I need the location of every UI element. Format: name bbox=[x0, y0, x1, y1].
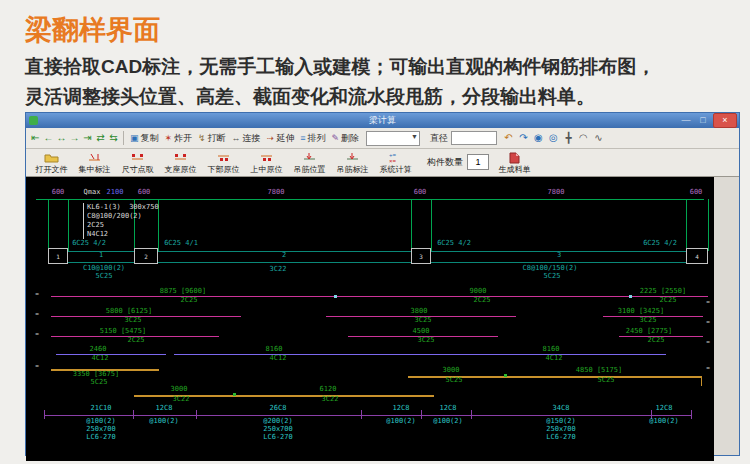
pan-icon[interactable]: ◎ bbox=[546, 129, 561, 147]
cad-line bbox=[471, 410, 472, 419]
cad-text: 4C12 bbox=[92, 355, 109, 362]
button-label: 生成料单 bbox=[499, 164, 531, 175]
cad-text: 2450 [2775] bbox=[626, 328, 672, 335]
page-description: 直接拾取CAD标注，无需手工输入或建模；可输出直观的构件钢筋排布图， 灵活调整接… bbox=[25, 52, 735, 112]
arc-icon[interactable]: ◠ bbox=[576, 129, 591, 147]
cad-text: @150(2) bbox=[546, 418, 576, 425]
break-button[interactable]: ↯打断 bbox=[195, 130, 229, 146]
pan-arrow-icon[interactable]: ⇄ bbox=[94, 129, 107, 147]
doc-icon bbox=[509, 151, 520, 164]
pan-arrow-icon[interactable]: ← bbox=[42, 129, 55, 147]
pan-arrow-icon[interactable]: ↔ bbox=[55, 129, 68, 147]
cad-text: @100(2) bbox=[386, 418, 416, 425]
cad-text: 3C25 bbox=[415, 317, 432, 324]
cad-text: 3C25 bbox=[125, 317, 142, 324]
delete-button[interactable]: ✎删除 bbox=[328, 130, 362, 146]
generate-list-button[interactable]: 生成料单 bbox=[493, 151, 536, 175]
page-title: 梁翻样界面 bbox=[25, 12, 160, 48]
cad-line bbox=[701, 376, 702, 386]
view-icons-group: ↶↷◉◎╋◠∿ bbox=[501, 129, 606, 147]
support-insitu-button[interactable]: 支座原位 bbox=[159, 151, 202, 175]
zoom-icon[interactable]: ◉ bbox=[531, 129, 546, 147]
cad-text: 4C12 bbox=[546, 355, 563, 362]
array-button[interactable]: ≡排列 bbox=[297, 130, 328, 146]
topmid-insitu-button[interactable]: 上中原位 bbox=[245, 151, 288, 175]
pan-arrow-icon[interactable]: ⇥ bbox=[81, 129, 94, 147]
cad-text: = bbox=[706, 319, 710, 325]
bottom-insitu-button[interactable]: 下部原位 bbox=[202, 151, 245, 175]
collective-annotation-button[interactable]: 集中标注 bbox=[73, 151, 116, 175]
button-label: 复制 bbox=[141, 132, 159, 145]
close-button[interactable]: × bbox=[713, 113, 737, 128]
break-button-icon: ↯ bbox=[198, 133, 206, 143]
layer-select[interactable]: ▼ bbox=[366, 131, 420, 146]
support-box: 4 bbox=[686, 248, 708, 264]
cad-line bbox=[504, 374, 507, 377]
component-count-input[interactable] bbox=[467, 154, 489, 170]
cad-text: 5C25 bbox=[96, 273, 113, 280]
cad-line bbox=[68, 199, 69, 251]
cad-text: 3C22 bbox=[322, 396, 339, 403]
cad-text: @100(2) bbox=[649, 418, 679, 425]
cad-text: = bbox=[35, 311, 39, 317]
cad-text: 3350 [3675] bbox=[73, 371, 119, 378]
button-label: 炸开 bbox=[174, 132, 192, 145]
system-calc-button[interactable]: +=×=系统计算 bbox=[374, 151, 417, 175]
pan-arrow-icon[interactable]: ⇤ bbox=[29, 129, 42, 147]
cad-text: 21C10 bbox=[90, 405, 111, 412]
cad-text: LC6-270 bbox=[263, 434, 293, 441]
diameter-input[interactable] bbox=[451, 131, 497, 145]
dimension-pick-button[interactable]: 尺寸点取 bbox=[116, 151, 159, 175]
cad-text: 26C8 bbox=[270, 405, 287, 412]
undo-icon[interactable]: ↶ bbox=[501, 129, 516, 147]
hanging-position-button[interactable]: 吊筋位置 bbox=[288, 151, 331, 175]
cad-text: 12C8 bbox=[393, 405, 410, 412]
rebar-mark-icon bbox=[87, 151, 102, 164]
cad-text: = bbox=[706, 339, 710, 345]
support-box: 2 bbox=[134, 248, 158, 264]
explode-button[interactable]: ✶炸开 bbox=[162, 130, 196, 146]
cad-text: = bbox=[35, 331, 39, 337]
cad-text: 8160 bbox=[266, 346, 283, 353]
cad-text: 2C25 bbox=[660, 297, 677, 304]
hanging-annotation-button[interactable]: 吊筋标注 bbox=[331, 151, 374, 175]
maximize-button[interactable]: □ bbox=[696, 114, 710, 127]
cad-text: LC6-270 bbox=[86, 434, 116, 441]
button-label: 延伸 bbox=[276, 132, 294, 145]
cad-text: 250x700 bbox=[86, 426, 116, 433]
redo-icon[interactable]: ↷ bbox=[516, 129, 531, 147]
button-label: 吊筋位置 bbox=[294, 164, 326, 175]
cad-text: 2C25 bbox=[87, 222, 104, 229]
description-line-1: 直接拾取CAD标注，无需手工输入或建模；可输出直观的构件钢筋排布图， bbox=[25, 52, 735, 82]
drawing-canvas[interactable]: 1234600Qmax210060078006007800600KL6-1(3)… bbox=[26, 177, 714, 461]
copy-button[interactable]: ▣复制 bbox=[127, 130, 162, 146]
cad-text: @100(2) bbox=[86, 418, 116, 425]
pan-arrow-icon[interactable]: ⇆ bbox=[107, 129, 120, 147]
cad-text: 250x700 bbox=[263, 426, 293, 433]
cad-text: = bbox=[706, 365, 710, 371]
measure-icon[interactable]: ∿ bbox=[591, 129, 606, 147]
support-box: 3 bbox=[411, 248, 431, 264]
cad-line bbox=[48, 199, 49, 251]
cad-text: 8160 bbox=[543, 346, 560, 353]
cad-text: 5C25 bbox=[446, 377, 463, 384]
connect-button[interactable]: ↔连接 bbox=[229, 130, 264, 146]
extend-button[interactable]: ⇢延伸 bbox=[264, 130, 298, 146]
cad-text: 4C12 bbox=[270, 355, 287, 362]
cad-text: C8@100/200(2) bbox=[87, 213, 142, 220]
pan-arrow-icon[interactable]: → bbox=[68, 129, 81, 147]
cad-text: 2C25 bbox=[128, 337, 145, 344]
cad-text: 3800 bbox=[411, 308, 428, 315]
minimize-button[interactable]: — bbox=[679, 114, 693, 127]
cad-text: 6C25 4/2 bbox=[643, 240, 677, 247]
cad-line bbox=[361, 410, 362, 419]
cad-text: 7800 bbox=[268, 189, 285, 196]
diameter-label: 直径 bbox=[430, 132, 448, 145]
open-file-button[interactable]: 打开文件 bbox=[30, 151, 73, 175]
cad-text: 2C25 bbox=[648, 337, 665, 344]
move-icon[interactable]: ╋ bbox=[561, 129, 576, 147]
button-label: 支座原位 bbox=[165, 164, 197, 175]
cad-text: 1 bbox=[99, 252, 103, 259]
cad-line bbox=[133, 410, 134, 419]
rebar-bar-icon bbox=[216, 151, 231, 164]
